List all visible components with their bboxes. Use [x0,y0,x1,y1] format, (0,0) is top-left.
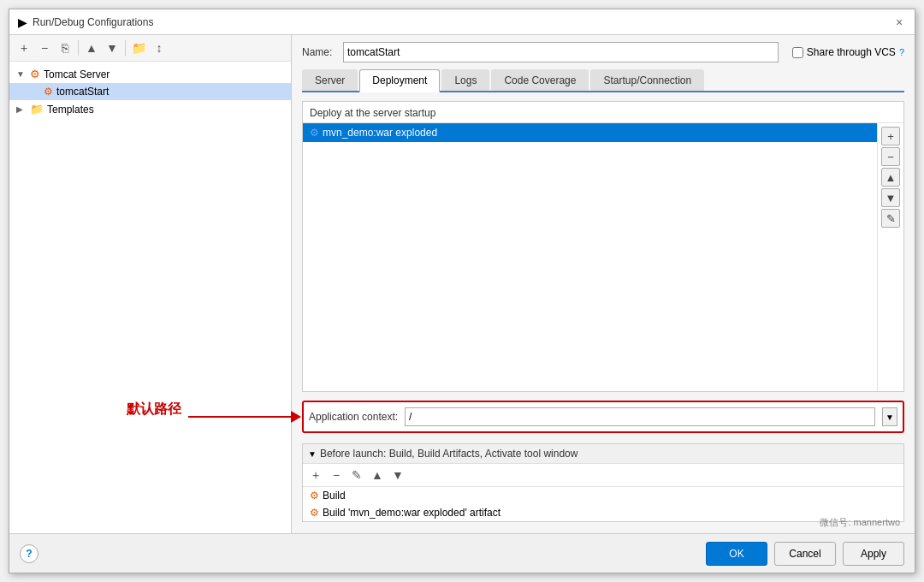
share-vcs-help-icon: ? [899,47,904,57]
tab-code-coverage[interactable]: Code Coverage [491,69,589,91]
share-vcs-row: Share through VCS ? [792,46,904,58]
toolbar-separator [78,40,79,56]
deploy-edit-button[interactable]: ✎ [881,209,900,228]
templates-icon: 📁 [30,103,44,116]
deployment-section: Deploy at the server startup ⚙ mvn_demo:… [302,101,904,392]
tree-group-tomcat[interactable]: ▼ ⚙ Tomcat Server [9,65,291,83]
tomcatstart-icon: ⚙ [44,86,53,98]
tab-server[interactable]: Server [302,69,358,91]
name-field-label: Name: [302,46,336,58]
deploy-up-button[interactable]: ▲ [881,168,900,187]
deploy-add-button[interactable]: + [881,127,900,146]
apply-button[interactable]: Apply [843,542,904,566]
templates-label: Templates [47,104,94,116]
bl-edit-button[interactable]: ✎ [347,466,366,484]
bottom-bar: ? OK Cancel Apply [9,533,915,573]
left-toolbar: + − ⎘ ▲ ▼ 📁 ↕ [9,35,291,62]
deploy-down-button[interactable]: ▼ [881,188,900,207]
dialog-title: Run/Debug Configurations [33,16,153,28]
tree-item-tomcatstart[interactable]: ⚙ tomcatStart [9,83,291,100]
config-tree: ▼ ⚙ Tomcat Server ⚙ tomcatStart ▶ 📁 [9,62,291,533]
toolbar-separator-2 [125,40,126,56]
before-launch-header: ▼ Before launch: Build, Build Artifacts,… [303,444,903,464]
bl-build-label: Build [323,490,346,502]
move-down-button[interactable]: ▼ [103,39,121,57]
bl-add-button[interactable]: + [306,466,325,484]
bl-item-artifact[interactable]: ⚙ Build 'mvn_demo:war exploded' artifact [303,504,903,521]
ok-button[interactable]: OK [706,542,767,566]
bl-down-button[interactable]: ▼ [388,466,407,484]
title-bar: ▶ Run/Debug Configurations × [9,9,915,35]
deploy-at-startup-label: Deploy at the server startup [303,102,903,123]
tab-logs[interactable]: Logs [441,69,489,91]
app-context-input[interactable] [405,407,875,426]
share-vcs-checkbox[interactable] [792,47,803,58]
folder-button[interactable]: 📁 [129,39,148,57]
share-vcs-label: Share through VCS [807,46,896,58]
tomcat-group-label: Tomcat Server [44,68,110,80]
app-context-dropdown-button[interactable]: ▼ [882,407,897,426]
deploy-list-item[interactable]: ⚙ mvn_demo:war exploded [303,123,877,142]
bl-item-build[interactable]: ⚙ Build [303,487,903,504]
bl-build-icon: ⚙ [310,490,319,502]
bl-artifact-icon: ⚙ [310,507,319,519]
tomcatstart-label: tomcatStart [56,86,109,98]
tabs-row: Server Deployment Logs Code Coverage Sta… [302,69,904,92]
app-context-row: Application context: ▼ [302,401,904,433]
bl-up-button[interactable]: ▲ [368,466,387,484]
tomcat-icon: ⚙ [30,68,40,80]
bl-artifact-label: Build 'mvn_demo:war exploded' artifact [323,507,500,519]
deploy-side-buttons: + − ▲ ▼ ✎ [877,123,903,391]
move-up-button[interactable]: ▲ [82,39,101,57]
copy-config-button[interactable]: ⎘ [56,39,74,57]
help-button[interactable]: ? [20,544,38,563]
cancel-button[interactable]: Cancel [774,542,836,566]
before-launch-title: Before launch: Build, Build Artifacts, A… [320,448,578,460]
before-launch-toolbar: + − ✎ ▲ ▼ [303,464,903,487]
deploy-list-area: ⚙ mvn_demo:war exploded + − ▲ ▼ ✎ [303,123,903,391]
name-input[interactable] [343,42,779,62]
dialog-buttons: OK Cancel Apply [706,542,904,566]
deploy-list: ⚙ mvn_demo:war exploded [303,123,877,391]
deploy-item-label: mvn_demo:war exploded [323,127,437,139]
before-launch-items: ⚙ Build ⚙ Build 'mvn_demo:war exploded' … [303,487,903,521]
before-launch-section: ▼ Before launch: Build, Build Artifacts,… [302,443,904,522]
deploy-remove-button[interactable]: − [881,147,900,166]
name-row: Name: Share through VCS ? [302,42,904,62]
left-panel: + − ⎘ ▲ ▼ 📁 ↕ ▼ ⚙ Tomcat Server [9,35,292,533]
right-panel: Name: Share through VCS ? Server Deploym… [292,35,915,533]
before-launch-collapse-icon[interactable]: ▼ [308,449,317,459]
app-context-label: Application context: [309,411,398,423]
expand-tomcat-icon: ▼ [16,69,27,79]
tree-group-templates[interactable]: ▶ 📁 Templates [9,100,291,118]
tab-deployment[interactable]: Deployment [359,69,440,92]
dialog-icon: ▶ [18,15,27,29]
close-button[interactable]: × [892,15,906,29]
deploy-item-icon: ⚙ [310,127,319,139]
remove-config-button[interactable]: − [35,39,54,57]
sort-button[interactable]: ↕ [150,39,169,57]
main-content: + − ⎘ ▲ ▼ 📁 ↕ ▼ ⚙ Tomcat Server [9,35,915,533]
tab-startup-connection[interactable]: Startup/Connection [590,69,704,91]
add-config-button[interactable]: + [15,39,33,57]
bl-remove-button[interactable]: − [327,466,346,484]
expand-templates-icon: ▶ [16,104,27,114]
